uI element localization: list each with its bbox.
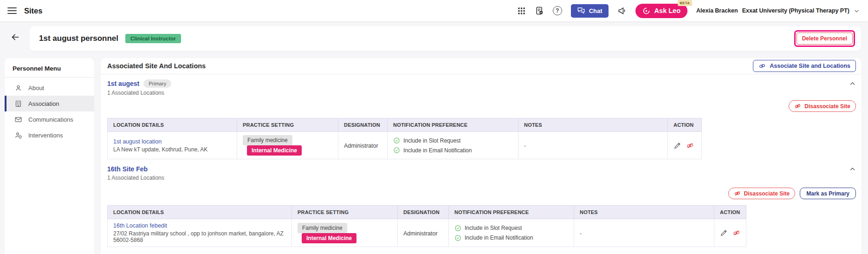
disassociate-location-icon[interactable] bbox=[732, 229, 740, 237]
person-icon bbox=[14, 84, 22, 92]
sidebar-item-interventions[interactable]: Interventions bbox=[5, 127, 94, 143]
mark-as-primary-button[interactable]: Mark as Primary bbox=[800, 188, 856, 199]
table-header-row: LOCATION DETAILS PRACTICE SETTING DESIGN… bbox=[108, 118, 702, 132]
broken-link-icon bbox=[734, 190, 741, 197]
sidebar-item-communications[interactable]: Communications bbox=[5, 111, 94, 127]
megaphone-icon[interactable] bbox=[617, 6, 627, 15]
notification-item: Include in Slot Request bbox=[454, 225, 568, 232]
notes-value: - bbox=[580, 230, 582, 237]
topbar-actions: ? Chat Ask Leo BE bbox=[517, 4, 860, 18]
sidebar-item-label: Communications bbox=[28, 116, 73, 123]
site-name-link[interactable]: 1st augest bbox=[107, 80, 139, 87]
notification-item: Include in Email Notification bbox=[393, 147, 512, 154]
col-designation: DESIGNATION bbox=[398, 206, 449, 219]
edit-pencil-icon[interactable] bbox=[674, 142, 681, 150]
location-name-link[interactable]: 16th Location febedit bbox=[113, 222, 286, 229]
table-row: 16th Location febedit 27/02 Rastriya mil… bbox=[108, 219, 746, 247]
location-address: LA New kT update, Kothrud, Pune, AK bbox=[113, 146, 231, 153]
col-designation: DESIGNATION bbox=[338, 118, 388, 132]
check-circle-icon bbox=[454, 225, 461, 232]
col-notification-preference: NOTIFICATION PREFERENCE bbox=[449, 206, 574, 219]
designation-value: Administrator bbox=[344, 143, 378, 149]
col-notes: NOTES bbox=[574, 206, 714, 219]
ask-leo-logo-icon bbox=[642, 7, 650, 15]
site-section-1: 1st augest Primary 1 Associated Location… bbox=[101, 79, 862, 159]
sidebar-item-association[interactable]: Association bbox=[5, 96, 94, 111]
associated-locations-count: 1 Associated Locations bbox=[107, 175, 856, 181]
site-name-link[interactable]: 16th Site Feb bbox=[107, 165, 148, 173]
sidebar-item-label: About bbox=[28, 85, 44, 91]
app-title: Sites bbox=[24, 7, 42, 15]
ask-leo-button[interactable]: Ask Leo BETA bbox=[635, 4, 687, 18]
locations-table: LOCATION DETAILS PRACTICE SETTING DESIGN… bbox=[107, 205, 746, 247]
delete-personnel-highlight: Delete Personnel bbox=[794, 30, 855, 47]
col-action: ACTION bbox=[714, 206, 746, 219]
table-header-row: LOCATION DETAILS PRACTICE SETTING DESIGN… bbox=[108, 206, 746, 219]
location-name-link[interactable]: 1st august location bbox=[113, 138, 231, 145]
broken-link-icon bbox=[794, 103, 801, 110]
user-name: Alexia Bracken bbox=[696, 7, 738, 14]
page-title: 1st august personnel bbox=[39, 34, 118, 43]
personnel-sidebar: Personnel Menu About Associat bbox=[5, 58, 94, 254]
disassociate-site-label: Disassociate Site bbox=[804, 103, 850, 110]
site-section-2: 16th Site Feb 1 Associated Locations Dis… bbox=[101, 165, 862, 247]
col-location-details: LOCATION DETAILS bbox=[108, 118, 237, 132]
disassociate-site-button[interactable]: Disassociate Site bbox=[789, 100, 856, 112]
location-address: 27/02 Rastriya military school , opp to … bbox=[113, 230, 286, 243]
edit-pencil-icon[interactable] bbox=[720, 229, 728, 237]
disassociate-site-button[interactable]: Disassociate Site bbox=[728, 188, 796, 199]
practice-setting-pill: Internal Medicine bbox=[247, 145, 302, 156]
col-action: ACTION bbox=[668, 118, 702, 132]
chevron-up-icon[interactable] bbox=[849, 166, 856, 173]
apps-grid-icon[interactable] bbox=[517, 7, 526, 15]
locations-table: LOCATION DETAILS PRACTICE SETTING DESIGN… bbox=[107, 118, 702, 159]
delete-personnel-button[interactable]: Delete Personnel bbox=[797, 33, 853, 45]
sidebar-item-label: Interventions bbox=[28, 132, 63, 139]
back-button[interactable] bbox=[10, 32, 20, 42]
check-circle-icon bbox=[393, 147, 400, 154]
col-location-details: LOCATION DETAILS bbox=[108, 206, 292, 219]
chevron-down-icon[interactable] bbox=[854, 8, 860, 14]
help-icon[interactable]: ? bbox=[553, 6, 562, 15]
document-check-icon[interactable] bbox=[535, 6, 544, 15]
beta-badge: BETA bbox=[678, 0, 692, 6]
col-practice-setting: PRACTICE SETTING bbox=[292, 206, 398, 219]
practice-setting-pill: Family medicine bbox=[298, 223, 347, 233]
col-notes: NOTES bbox=[518, 118, 668, 132]
user-organization: Exxat University (Physical Therapy PT) bbox=[742, 7, 849, 14]
panel-title: Associated Site And Locations bbox=[107, 62, 206, 70]
chat-label: Chat bbox=[589, 7, 602, 14]
col-notification-preference: NOTIFICATION PREFERENCE bbox=[388, 118, 518, 132]
chat-button[interactable]: Chat bbox=[571, 4, 609, 18]
disassociate-site-label: Disassociate Site bbox=[744, 190, 790, 197]
user-menu[interactable]: Alexia Bracken Exxat University (Physica… bbox=[696, 7, 860, 14]
hamburger-menu-icon[interactable] bbox=[7, 6, 17, 16]
practice-setting-pill: Family medicine bbox=[243, 135, 292, 145]
associate-site-label: Associate Site and Locations bbox=[770, 63, 850, 69]
link-icon bbox=[758, 62, 766, 70]
col-practice-setting: PRACTICE SETTING bbox=[237, 118, 338, 132]
notification-item: Include in Slot Request bbox=[393, 137, 512, 144]
page-header: 1st august personnel Clinical Instructor… bbox=[30, 26, 861, 51]
role-badge: Clinical Instructor bbox=[125, 34, 181, 43]
associated-locations-count: 1 Associated Locations bbox=[107, 90, 856, 96]
chevron-up-icon[interactable] bbox=[849, 80, 856, 87]
envelope-icon bbox=[14, 116, 22, 124]
ask-leo-label: Ask Leo bbox=[654, 7, 680, 14]
topbar: Sites ? Chat bbox=[0, 0, 868, 21]
designation-value: Administrator bbox=[403, 230, 438, 237]
person-shield-icon bbox=[14, 131, 22, 139]
associate-site-button[interactable]: Associate Site and Locations bbox=[753, 60, 856, 72]
notification-item: Include in Email Notification bbox=[454, 234, 568, 241]
sidebar-item-label: Association bbox=[28, 100, 59, 107]
disassociate-location-icon[interactable] bbox=[686, 142, 694, 150]
practice-setting-pill: Internal Medicine bbox=[302, 233, 356, 243]
chat-icon bbox=[577, 7, 585, 14]
table-row: 1st august location LA New kT update, Ko… bbox=[108, 132, 702, 159]
building-icon bbox=[14, 100, 22, 108]
check-circle-icon bbox=[393, 137, 400, 144]
sidebar-item-about[interactable]: About bbox=[5, 80, 94, 96]
sidebar-title: Personnel Menu bbox=[5, 58, 94, 78]
notes-value: - bbox=[524, 143, 526, 149]
primary-badge: Primary bbox=[143, 79, 171, 88]
